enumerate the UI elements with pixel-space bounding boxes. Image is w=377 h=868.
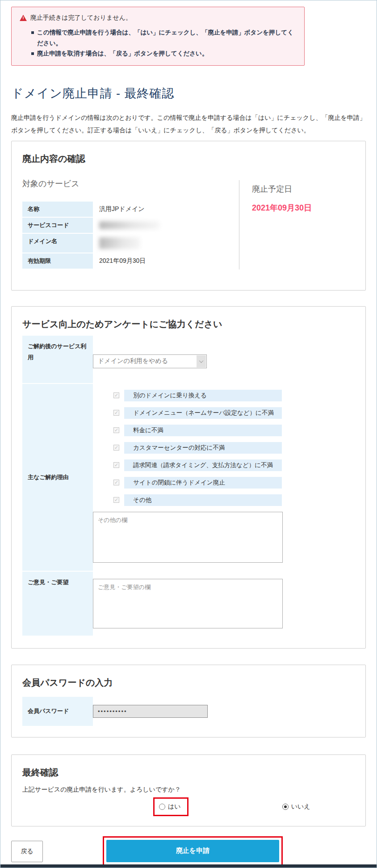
submit-cancel-button[interactable]: 廃止を申請 [106,840,279,862]
check-icon: ✓ [114,393,118,398]
feedback-textarea[interactable]: ご意見・ご要望の欄 [93,579,283,628]
submit-highlight-box: 廃止を申請 [103,836,283,866]
reason-option-row: ✓ ドメインメニュー（ネームサーバ設定など）に不満 [93,407,355,419]
reason-option-label: カスタマーセンターの対応に不満 [124,442,282,454]
service-info-table: 名称 汎用JPドメイン サービスコード ドメイン名 有効期限 [22,202,204,269]
no-radio-group: いいえ [282,803,310,811]
feedback-label: ご意見・ご要望 [22,572,93,636]
scheduled-date-label: 廃止予定日 [252,184,312,194]
page-title: ドメイン廃止申請 - 最終確認 [11,85,366,101]
radio-no-label: いいえ [291,803,310,811]
table-row: 有効期限 2021年09月30日 [22,253,204,269]
reason-checkbox[interactable]: ✓ [113,462,119,468]
other-reason-textarea[interactable]: その他の欄 [93,512,283,563]
reason-option-row: ✓ その他 [93,494,355,506]
row-value-expiry: 2021年09月30日 [93,253,204,269]
check-icon: ✓ [114,497,118,502]
radio-no[interactable] [282,804,289,810]
cancel-details-heading: 廃止内容の確認 [22,153,355,165]
reason-checkbox[interactable]: ✓ [113,410,119,416]
bullet-square-icon [31,52,34,55]
scheduled-date-column: 廃止予定日 2021年09月30日 [239,180,312,270]
check-icon: ✓ [114,463,118,468]
domain-cancel-confirm-page: ! 廃止手続きは完了しておりません。 この情報で廃止申請を行う場合は、「はい」に… [0,0,377,868]
reason-option-row: ✓ 別のドメインに乗り換える [93,390,355,401]
usage-field: ドメインの利用をやめる [93,336,355,383]
reason-checkbox[interactable]: ✓ [113,480,119,485]
page-content: ! 廃止手続きは完了しておりません。 この情報で廃止申請を行う場合は、「はい」に… [0,0,377,868]
row-value-domain-name [93,234,204,253]
warning-icon: ! [20,15,27,21]
table-row: サービスコード [22,218,204,233]
alert-box: ! 廃止手続きは完了しておりません。 この情報で廃止申請を行う場合は、「はい」に… [11,7,305,66]
alert-title-row: ! 廃止手続きは完了しておりません。 [20,14,296,22]
survey-row-feedback: ご意見・ご要望 ご意見・ご要望の欄 [22,572,355,636]
alert-item: 廃止申請を取消す場合は、「戻る」ボタンを押してください。 [31,48,296,59]
row-label-name: 名称 [22,202,93,217]
chevron-down-icon [199,358,204,363]
row-value-name: 汎用JPドメイン [93,202,204,217]
row-label-expiry: 有効期限 [22,253,93,269]
reason-option-row: ✓ サイトの閉鎖に伴うドメイン廃止 [93,477,355,489]
radio-yes-label: はい [168,803,181,811]
radio-row: はい いいえ [22,797,355,816]
final-confirm-question: 上記サービスの廃止申請を行います。よろしいですか？ [22,786,355,794]
survey-table: ご解約後のサービス利用 ドメインの利用をやめる 主なご解約理由 [22,336,355,636]
reason-option-row: ✓ 請求関連（請求タイミング、支払方法など）に不満 [93,459,355,471]
password-label: 会員パスワード [22,697,93,726]
password-input[interactable] [93,705,208,718]
radio-yes[interactable] [159,804,165,810]
final-confirm-heading: 最終確認 [22,767,355,779]
target-service-column: 対象のサービス 名称 汎用JPドメイン サービスコード ドメイン名 [22,178,239,270]
password-heading: 会員パスワードの入力 [22,677,355,689]
check-icon: ✓ [114,445,118,450]
check-icon: ✓ [114,428,118,433]
reason-option-label: 請求関連（請求タイミング、支払方法など）に不満 [124,459,282,471]
usage-label: ご解約後のサービス利用 [22,336,93,383]
alert-item: この情報で廃止申請を行う場合は、「はい」にチェックし、「廃止を申請」ボタンを押し… [31,27,296,48]
reason-option-row: ✓ カスタマーセンターの対応に不満 [93,442,355,454]
scheduled-date-value: 2021年09月30日 [252,202,312,213]
alert-title: 廃止手続きは完了しておりません。 [30,14,132,22]
survey-heading: サービス向上のためアンケートにご協力ください [22,318,355,330]
reason-checkbox[interactable]: ✓ [113,392,119,398]
table-row: ドメイン名 [22,234,204,253]
check-icon: ✓ [114,410,118,415]
reason-checkbox[interactable]: ✓ [113,427,119,433]
reason-option-label: サイトの閉鎖に伴うドメイン廃止 [124,477,282,489]
reason-checkbox[interactable]: ✓ [113,497,119,503]
feedback-field: ご意見・ご要望の欄 [93,572,355,636]
cancel-details-box: 廃止内容の確認 対象のサービス 名称 汎用JPドメイン サービスコード [11,141,366,291]
survey-row-usage: ご解約後のサービス利用 ドメインの利用をやめる [22,336,355,383]
reason-option-label: ドメインメニュー（ネームサーバ設定など）に不満 [124,407,282,419]
password-row: 会員パスワード [22,697,355,726]
password-field-wrap [93,697,355,726]
alert-item-text: この情報で廃止申請を行う場合は、「はい」にチェックし、「廃止を申請」ボタンを押し… [37,27,296,48]
row-value-service-code [93,218,204,233]
row-label-service-code: サービスコード [22,218,93,233]
target-service-subheading: 対象のサービス [22,178,239,189]
reason-field: ✓ 別のドメインに乗り換える ✓ ドメインメニュー（ネームサーバ設定など）に不満… [93,384,355,571]
button-row: 戻る 廃止を申請 [11,836,366,868]
check-icon: ✓ [114,480,118,485]
reason-option-label: その他 [124,494,282,506]
alert-list: この情報で廃止申請を行う場合は、「はい」にチェックし、「廃止を申請」ボタンを押し… [31,27,296,59]
final-confirm-box: 最終確認 上記サービスの廃止申請を行います。よろしいですか？ はい いいえ [11,754,366,826]
reason-option-row: ✓ 料金に不満 [93,425,355,436]
masked-value [99,237,140,249]
masked-value [99,221,159,229]
page-description: 廃止申請を行うドメインの情報は次のとおりです。この情報で廃止を申請する場合は「は… [11,111,367,136]
survey-row-reason: 主なご解約理由 ✓ 別のドメインに乗り換える ✓ ドメインメニュー（ネームサーバ… [22,384,355,571]
back-button[interactable]: 戻る [11,841,43,862]
yes-highlight-box: はい [153,797,188,816]
alert-item-text: 廃止申請を取消す場合は、「戻る」ボタンを押してください。 [37,48,208,59]
reason-option-label: 別のドメインに乗り換える [124,390,282,401]
survey-box: サービス向上のためアンケートにご協力ください ご解約後のサービス利用 ドメインの… [11,306,366,649]
usage-select-value: ドメインの利用をやめる [93,357,197,365]
footer-bar [0,864,377,868]
reason-checkbox[interactable]: ✓ [113,445,119,451]
bullet-square-icon [31,31,34,34]
reason-label: 主なご解約理由 [22,384,93,571]
usage-select[interactable]: ドメインの利用をやめる [93,354,207,368]
cancel-details-body: 対象のサービス 名称 汎用JPドメイン サービスコード ドメイン名 [22,178,355,270]
